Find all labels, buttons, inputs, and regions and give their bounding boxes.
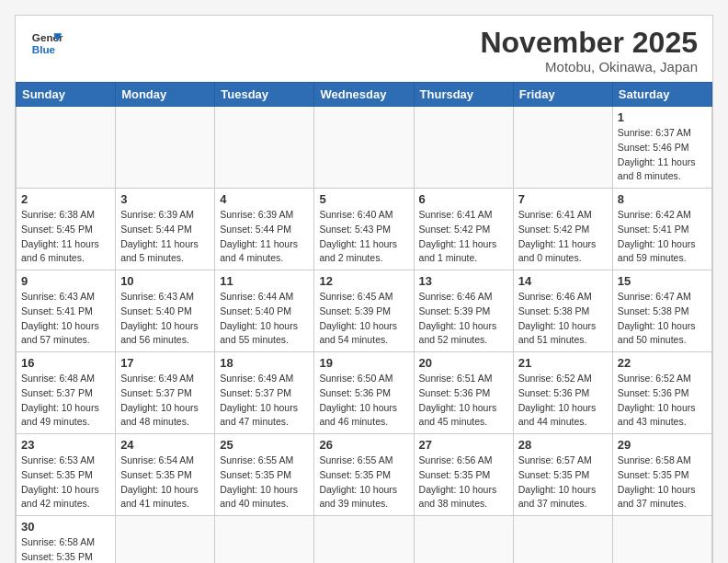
day-number: 25 xyxy=(220,438,309,452)
day-cell: 3Sunrise: 6:39 AM Sunset: 5:44 PM Daylig… xyxy=(116,189,215,270)
day-info: Sunrise: 6:39 AM Sunset: 5:44 PM Dayligh… xyxy=(220,208,309,266)
day-cell: 19Sunrise: 6:50 AM Sunset: 5:36 PM Dayli… xyxy=(314,352,414,434)
week-row-3: 16Sunrise: 6:48 AM Sunset: 5:37 PM Dayli… xyxy=(17,352,712,434)
calendar-page: General Blue November 2025 Motobu, Okina… xyxy=(15,15,713,563)
day-info: Sunrise: 6:38 AM Sunset: 5:45 PM Dayligh… xyxy=(21,208,110,266)
day-cell: 18Sunrise: 6:49 AM Sunset: 5:37 PM Dayli… xyxy=(215,352,314,434)
day-info: Sunrise: 6:41 AM Sunset: 5:42 PM Dayligh… xyxy=(518,208,608,266)
day-info: Sunrise: 6:55 AM Sunset: 5:35 PM Dayligh… xyxy=(220,454,309,511)
day-info: Sunrise: 6:49 AM Sunset: 5:37 PM Dayligh… xyxy=(220,372,309,430)
day-cell: 12Sunrise: 6:45 AM Sunset: 5:39 PM Dayli… xyxy=(314,270,414,352)
day-number: 7 xyxy=(518,192,608,206)
day-cell: 21Sunrise: 6:52 AM Sunset: 5:36 PM Dayli… xyxy=(513,352,612,434)
day-number: 15 xyxy=(618,274,707,288)
day-number: 23 xyxy=(21,438,110,452)
day-number: 2 xyxy=(21,192,110,206)
day-cell: 27Sunrise: 6:56 AM Sunset: 5:35 PM Dayli… xyxy=(414,434,513,516)
day-number: 16 xyxy=(21,356,110,370)
day-info: Sunrise: 6:56 AM Sunset: 5:35 PM Dayligh… xyxy=(419,454,508,511)
day-info: Sunrise: 6:40 AM Sunset: 5:43 PM Dayligh… xyxy=(319,208,408,266)
day-cell: 1Sunrise: 6:37 AM Sunset: 5:46 PM Daylig… xyxy=(612,107,711,189)
day-cell: 22Sunrise: 6:52 AM Sunset: 5:36 PM Dayli… xyxy=(612,352,711,434)
weekday-sunday: Sunday xyxy=(17,83,116,107)
day-number: 9 xyxy=(21,274,110,288)
day-cell: 17Sunrise: 6:49 AM Sunset: 5:37 PM Dayli… xyxy=(116,352,215,434)
day-number: 30 xyxy=(21,520,110,534)
day-number: 3 xyxy=(120,192,210,206)
day-cell: 25Sunrise: 6:55 AM Sunset: 5:35 PM Dayli… xyxy=(215,434,314,516)
day-info: Sunrise: 6:52 AM Sunset: 5:36 PM Dayligh… xyxy=(518,372,608,430)
day-info: Sunrise: 6:52 AM Sunset: 5:36 PM Dayligh… xyxy=(618,372,707,430)
day-info: Sunrise: 6:55 AM Sunset: 5:35 PM Dayligh… xyxy=(319,454,408,511)
day-info: Sunrise: 6:43 AM Sunset: 5:41 PM Dayligh… xyxy=(21,290,110,348)
day-number: 11 xyxy=(220,274,309,288)
title-block: November 2025 Motobu, Okinawa, Japan xyxy=(480,27,698,75)
day-number: 6 xyxy=(419,192,508,206)
day-info: Sunrise: 6:49 AM Sunset: 5:37 PM Dayligh… xyxy=(120,372,210,430)
day-cell: 11Sunrise: 6:44 AM Sunset: 5:40 PM Dayli… xyxy=(215,270,314,352)
day-info: Sunrise: 6:53 AM Sunset: 5:35 PM Dayligh… xyxy=(21,454,110,511)
day-cell xyxy=(513,107,612,189)
day-number: 4 xyxy=(220,192,309,206)
day-number: 1 xyxy=(618,110,707,124)
day-cell: 24Sunrise: 6:54 AM Sunset: 5:35 PM Dayli… xyxy=(116,434,215,516)
day-number: 20 xyxy=(419,356,508,370)
day-info: Sunrise: 6:37 AM Sunset: 5:46 PM Dayligh… xyxy=(618,126,707,184)
day-number: 10 xyxy=(120,274,210,288)
day-info: Sunrise: 6:54 AM Sunset: 5:35 PM Dayligh… xyxy=(120,454,210,511)
day-cell: 13Sunrise: 6:46 AM Sunset: 5:39 PM Dayli… xyxy=(414,270,513,352)
day-cell: 10Sunrise: 6:43 AM Sunset: 5:40 PM Dayli… xyxy=(116,270,215,352)
logo-icon: General Blue xyxy=(30,27,63,60)
day-cell: 5Sunrise: 6:40 AM Sunset: 5:43 PM Daylig… xyxy=(314,189,414,270)
day-info: Sunrise: 6:46 AM Sunset: 5:38 PM Dayligh… xyxy=(518,290,608,348)
week-row-2: 9Sunrise: 6:43 AM Sunset: 5:41 PM Daylig… xyxy=(17,270,712,352)
day-info: Sunrise: 6:41 AM Sunset: 5:42 PM Dayligh… xyxy=(419,208,508,266)
day-number: 19 xyxy=(319,356,408,370)
day-cell: 9Sunrise: 6:43 AM Sunset: 5:41 PM Daylig… xyxy=(17,270,116,352)
day-number: 13 xyxy=(419,274,508,288)
day-cell xyxy=(215,516,314,563)
day-number: 14 xyxy=(518,274,608,288)
day-info: Sunrise: 6:58 AM Sunset: 5:35 PM Dayligh… xyxy=(21,535,110,563)
day-number: 5 xyxy=(319,192,408,206)
day-cell xyxy=(414,107,513,189)
day-cell: 2Sunrise: 6:38 AM Sunset: 5:45 PM Daylig… xyxy=(17,189,116,270)
weekday-header-row: SundayMondayTuesdayWednesdayThursdayFrid… xyxy=(17,83,712,107)
day-info: Sunrise: 6:44 AM Sunset: 5:40 PM Dayligh… xyxy=(220,290,309,348)
day-cell: 8Sunrise: 6:42 AM Sunset: 5:41 PM Daylig… xyxy=(612,189,711,270)
day-cell xyxy=(314,107,414,189)
logo: General Blue xyxy=(30,27,63,60)
day-number: 24 xyxy=(120,438,210,452)
day-info: Sunrise: 6:43 AM Sunset: 5:40 PM Dayligh… xyxy=(120,290,210,348)
day-number: 22 xyxy=(618,356,707,370)
day-cell xyxy=(116,107,215,189)
day-cell xyxy=(17,107,116,189)
day-number: 27 xyxy=(419,438,508,452)
day-number: 21 xyxy=(518,356,608,370)
weekday-monday: Monday xyxy=(116,83,215,107)
weekday-wednesday: Wednesday xyxy=(314,83,414,107)
week-row-0: 1Sunrise: 6:37 AM Sunset: 5:46 PM Daylig… xyxy=(17,107,712,189)
day-cell: 30Sunrise: 6:58 AM Sunset: 5:35 PM Dayli… xyxy=(17,516,116,563)
day-cell: 23Sunrise: 6:53 AM Sunset: 5:35 PM Dayli… xyxy=(17,434,116,516)
day-cell: 7Sunrise: 6:41 AM Sunset: 5:42 PM Daylig… xyxy=(513,189,612,270)
day-cell: 4Sunrise: 6:39 AM Sunset: 5:44 PM Daylig… xyxy=(215,189,314,270)
day-number: 12 xyxy=(319,274,408,288)
weekday-thursday: Thursday xyxy=(414,83,513,107)
day-info: Sunrise: 6:51 AM Sunset: 5:36 PM Dayligh… xyxy=(419,372,508,430)
day-cell: 20Sunrise: 6:51 AM Sunset: 5:36 PM Dayli… xyxy=(414,352,513,434)
day-number: 29 xyxy=(618,438,707,452)
day-number: 26 xyxy=(319,438,408,452)
weekday-tuesday: Tuesday xyxy=(215,83,314,107)
day-info: Sunrise: 6:48 AM Sunset: 5:37 PM Dayligh… xyxy=(21,372,110,430)
day-info: Sunrise: 6:58 AM Sunset: 5:35 PM Dayligh… xyxy=(618,454,707,511)
day-number: 28 xyxy=(518,438,608,452)
weekday-friday: Friday xyxy=(513,83,612,107)
header: General Blue November 2025 Motobu, Okina… xyxy=(16,16,712,82)
day-info: Sunrise: 6:45 AM Sunset: 5:39 PM Dayligh… xyxy=(319,290,408,348)
week-row-5: 30Sunrise: 6:58 AM Sunset: 5:35 PM Dayli… xyxy=(17,516,712,563)
day-info: Sunrise: 6:57 AM Sunset: 5:35 PM Dayligh… xyxy=(518,454,608,511)
day-cell: 15Sunrise: 6:47 AM Sunset: 5:38 PM Dayli… xyxy=(612,270,711,352)
day-cell xyxy=(414,516,513,563)
week-row-4: 23Sunrise: 6:53 AM Sunset: 5:35 PM Dayli… xyxy=(17,434,712,516)
